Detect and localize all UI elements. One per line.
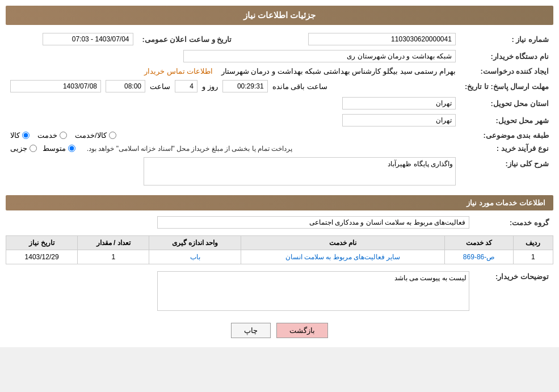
need-desc-wrapper [144, 157, 456, 187]
col-header-qty: تعداد / مقدار [78, 236, 149, 250]
creator-contact-link[interactable]: اطلاعات تماس خریدار [144, 67, 213, 75]
category-kala-khidmat-radio[interactable] [109, 132, 116, 139]
page-wrapper: جزئیات اطلاعات نیاز شماره نیاز : تاریخ و… [0, 0, 559, 347]
need-number-input [308, 33, 456, 45]
category-kala-label: کالا [10, 131, 20, 140]
announce-date-label: تاریخ و ساعت اعلان عمومی: [138, 31, 237, 48]
province-input [342, 97, 456, 109]
services-table: ردیف کد خدمت نام خدمت واحد اندازه گیری ت… [6, 235, 553, 264]
service-group-label: گروه خدمت: [474, 214, 553, 231]
need-number-label: شماره نیاز : [460, 31, 553, 48]
category-radio-group: کالا/خدمت خدمت کالا [10, 131, 456, 140]
purchase-type-motavaset[interactable]: متوسط [43, 144, 75, 153]
purchase-type-motavaset-label: متوسط [43, 144, 66, 153]
col-header-unit: واحد اندازه گیری [149, 236, 241, 250]
province-label: استان محل تحویل: [460, 95, 553, 112]
city-label: شهر محل تحویل: [460, 112, 553, 129]
category-khidmat-radio[interactable] [60, 132, 67, 139]
col-header-row: ردیف [513, 236, 553, 250]
buyer-desc-table: توضیحات خریدار: [6, 269, 553, 315]
purchase-type-note: پرداخت تمام یا بخشی از مبلغ خریداز محل "… [87, 145, 293, 153]
category-khidmat-label: خدمت [37, 131, 57, 140]
cell-row: 1 [513, 250, 553, 264]
cell-unit: باب [149, 250, 241, 264]
buyer-org-label: نام دستگاه خریدار: [460, 48, 553, 65]
print-button[interactable]: چاپ [231, 323, 271, 338]
back-button[interactable]: بازگشت [276, 323, 328, 338]
table-row: 1 ص-86-869 سایر فعالیت‌های مربوط به سلام… [6, 250, 553, 264]
remaining-input [222, 80, 268, 92]
need-desc-label: شرح کلی نیاز: [460, 155, 553, 189]
col-header-name: نام خدمت [241, 236, 445, 250]
purchase-type-radio-group: متوسط جزیی [10, 144, 75, 153]
need-desc-textarea[interactable] [144, 157, 456, 186]
creator-label: ایجاد کننده درخواست: [460, 65, 553, 78]
buyer-org-value [6, 48, 460, 65]
days-input [175, 80, 197, 92]
purchase-type-jozii-radio[interactable] [30, 145, 37, 152]
remaining-label: ساعت باقی مانده [272, 82, 327, 91]
buyer-desc-wrapper [10, 271, 469, 313]
services-section-header: اطلاعات خدمات مورد نیاز [6, 195, 553, 210]
announce-date-input [43, 33, 133, 45]
purchase-type-jozii[interactable]: جزیی [10, 144, 37, 153]
cell-code: ص-86-869 [445, 250, 513, 264]
category-kala[interactable]: کالا [10, 131, 30, 140]
announce-date-value [6, 31, 138, 48]
creator-value: بهرام رستمی سید بیگلو کارشناس بهداشتی شب… [6, 65, 460, 78]
response-time-input [106, 80, 145, 92]
col-header-date: تاریخ نیاز [6, 236, 78, 250]
response-deadline-label: مهلت ارسال پاسخ: تا تاریخ: [460, 78, 553, 95]
city-input [342, 114, 456, 127]
category-khidmat[interactable]: خدمت [37, 131, 67, 140]
service-group-table: گروه خدمت: [6, 214, 553, 231]
col-header-code: کد خدمت [445, 236, 513, 250]
category-kala-khidmat[interactable]: کالا/خدمت [75, 131, 116, 140]
page-title: جزئیات اطلاعات نیاز [6, 6, 553, 25]
time-label: ساعت [150, 82, 170, 91]
category-kala-radio[interactable] [22, 132, 30, 139]
buyer-desc-label: توضیحات خریدار: [474, 269, 553, 315]
service-group-value [6, 214, 474, 231]
day-unit-label: روز و [202, 82, 218, 91]
buyer-org-input [183, 50, 456, 62]
cell-name: سایر فعالیت‌های مربوط به سلامت انسان [241, 250, 445, 264]
info-table: شماره نیاز : تاریخ و ساعت اعلان عمومی: ن… [6, 31, 553, 189]
cell-date: 1403/12/29 [6, 250, 78, 264]
button-row: بازگشت چاپ [6, 323, 553, 338]
need-number-value [253, 31, 460, 48]
cell-qty: 1 [78, 250, 149, 264]
response-date-input [10, 80, 101, 92]
category-label: طبقه بندی موضوعی: [460, 129, 553, 142]
buyer-desc-textarea[interactable] [157, 271, 469, 311]
category-kala-khidmat-label: کالا/خدمت [75, 131, 107, 140]
purchase-type-jozii-label: جزیی [10, 144, 27, 153]
service-group-input [157, 216, 469, 229]
purchase-type-motavaset-radio[interactable] [68, 145, 75, 152]
purchase-type-label: نوع فرآیند خرید : [460, 142, 553, 155]
buyer-desc-value [6, 269, 474, 315]
creator-text: بهرام رستمی سید بیگلو کارشناس بهداشتی شب… [221, 67, 456, 75]
